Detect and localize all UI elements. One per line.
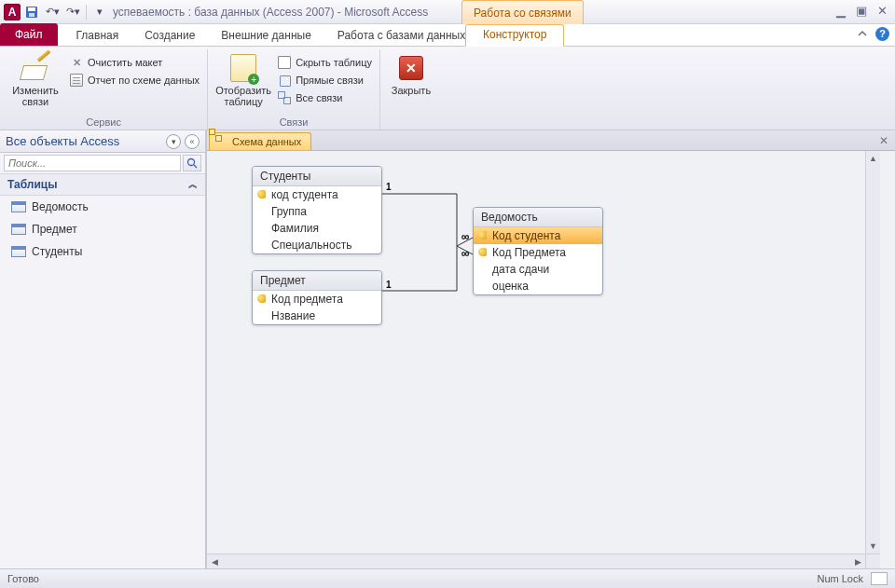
table-icon bbox=[11, 224, 26, 235]
table-field[interactable]: Код предмета bbox=[253, 291, 381, 308]
view-switch-icon[interactable] bbox=[871, 572, 888, 585]
app-badge: A bbox=[4, 4, 21, 21]
nav-filter-icon[interactable]: ▾ bbox=[166, 134, 181, 149]
svg-line-4 bbox=[194, 165, 197, 168]
status-numlock: Num Lock bbox=[817, 573, 863, 584]
table-field[interactable]: Фамилия bbox=[253, 220, 381, 237]
nav-pane-header[interactable]: Все объекты Access ▾ « bbox=[0, 130, 205, 153]
svg-text:1: 1 bbox=[386, 182, 392, 192]
tab-external-data[interactable]: Внешние данные bbox=[208, 25, 324, 46]
direct-rel-icon bbox=[278, 74, 291, 87]
magnifier-icon bbox=[186, 157, 198, 169]
document-close-button[interactable]: ✕ bbox=[876, 133, 891, 148]
table-field[interactable]: Код Предмета bbox=[474, 244, 602, 261]
tab-home[interactable]: Главная bbox=[63, 25, 132, 46]
ribbon-group-tools: Изменить связи ✕ Очистить макет Отчет по… bbox=[0, 49, 208, 130]
svg-rect-1 bbox=[28, 7, 35, 11]
scroll-corner bbox=[865, 554, 880, 568]
hide-table-button[interactable]: Скрыть таблицу bbox=[277, 55, 372, 70]
close-icon: ✕ bbox=[399, 56, 423, 80]
nav-item-studenty[interactable]: Студенты bbox=[0, 240, 205, 263]
svg-point-3 bbox=[188, 159, 195, 166]
window-controls: ▁ ▣ ✕ bbox=[833, 4, 889, 18]
status-ready: Готово bbox=[7, 573, 39, 584]
navigation-pane: Все объекты Access ▾ « Таблицы ︽ Ведомос… bbox=[0, 130, 206, 568]
table-title: Студенты bbox=[253, 167, 381, 186]
restore-button[interactable]: ▣ bbox=[854, 4, 869, 18]
nav-pane-title: Все объекты Access bbox=[6, 134, 119, 148]
undo-icon[interactable]: ↶▾ bbox=[45, 5, 60, 20]
report-icon bbox=[70, 74, 83, 87]
table-icon bbox=[11, 201, 26, 212]
clear-layout-button[interactable]: ✕ Очистить макет bbox=[69, 55, 200, 70]
table-field-selected[interactable]: Код студента bbox=[474, 227, 602, 244]
document-area: Схема данных ✕ 1 1 ∞ ∞ Студенты код студ… bbox=[206, 130, 895, 568]
table-box-vedomost[interactable]: Ведомость Код студента Код Предмета дата… bbox=[473, 207, 603, 295]
edit-relationships-button[interactable]: Изменить связи bbox=[7, 51, 63, 107]
context-tab-caption: Работа со связями bbox=[461, 0, 584, 24]
direct-relationships-button[interactable]: Прямые связи bbox=[277, 73, 372, 88]
svg-text:1: 1 bbox=[386, 280, 392, 290]
close-window-button[interactable]: ✕ bbox=[874, 4, 889, 18]
tab-database-tools[interactable]: Работа с базами данных bbox=[324, 25, 478, 46]
search-button[interactable] bbox=[183, 155, 201, 171]
relationship-canvas[interactable]: 1 1 ∞ ∞ Студенты код студента Группа Фам… bbox=[207, 151, 895, 568]
quick-access-toolbar: ↶▾ ↷▾ ▾ bbox=[24, 5, 107, 20]
scroll-left-icon[interactable]: ◀ bbox=[207, 554, 222, 568]
table-box-subject[interactable]: Предмет Код предмета Нзвание bbox=[252, 270, 382, 325]
clear-icon: ✕ bbox=[69, 55, 84, 70]
qat-separator bbox=[86, 5, 87, 20]
group-tools-label: Сервис bbox=[7, 116, 200, 130]
main-area: Все объекты Access ▾ « Таблицы ︽ Ведомос… bbox=[0, 130, 895, 568]
pencil-icon bbox=[21, 56, 49, 80]
ribbon: Изменить связи ✕ Очистить макет Отчет по… bbox=[0, 47, 895, 130]
scroll-down-icon[interactable]: ▼ bbox=[866, 539, 880, 554]
save-icon[interactable] bbox=[24, 5, 39, 20]
ribbon-group-relationships: Отобразить таблицу Скрыть таблицу Прямые… bbox=[208, 49, 380, 130]
document-tab-bar: Схема данных ✕ bbox=[207, 130, 895, 151]
tab-designer[interactable]: Конструктор bbox=[465, 24, 564, 47]
table-title: Ведомость bbox=[474, 208, 602, 227]
tab-file[interactable]: Файл bbox=[0, 23, 58, 46]
nav-collapse-icon[interactable]: « bbox=[185, 134, 200, 149]
redo-icon[interactable]: ↷▾ bbox=[65, 5, 80, 20]
table-field[interactable]: Группа bbox=[253, 203, 381, 220]
close-button[interactable]: ✕ Закрыть bbox=[388, 51, 434, 96]
relationship-report-button[interactable]: Отчет по схеме данных bbox=[69, 73, 200, 88]
minimize-button[interactable]: ▁ bbox=[833, 4, 848, 18]
nav-item-vedomost[interactable]: Ведомость bbox=[0, 196, 205, 218]
nav-search-box bbox=[0, 153, 205, 174]
show-table-button[interactable]: Отобразить таблицу bbox=[215, 51, 271, 107]
group-relationships-label: Связи bbox=[215, 116, 372, 130]
svg-text:∞: ∞ bbox=[461, 247, 470, 260]
ribbon-right-controls: ? bbox=[855, 26, 889, 41]
table-field[interactable]: оценка bbox=[474, 278, 602, 294]
all-relationships-button[interactable]: Все связи bbox=[277, 90, 372, 105]
qat-more-icon[interactable]: ▾ bbox=[92, 5, 107, 20]
ribbon-minimize-icon[interactable] bbox=[855, 26, 870, 41]
tab-create[interactable]: Создание bbox=[131, 25, 208, 46]
help-icon[interactable]: ? bbox=[875, 27, 889, 41]
status-bar: Готово Num Lock bbox=[0, 568, 895, 588]
table-box-students[interactable]: Студенты код студента Группа Фамилия Спе… bbox=[252, 166, 382, 254]
document-tab-schema[interactable]: Схема данных bbox=[209, 132, 311, 150]
search-input[interactable] bbox=[4, 155, 181, 171]
ribbon-group-close: ✕ Закрыть bbox=[380, 49, 442, 130]
scroll-up-icon[interactable]: ▲ bbox=[866, 151, 880, 166]
vertical-scrollbar[interactable]: ▲ ▼ bbox=[865, 151, 880, 554]
show-table-icon bbox=[230, 54, 256, 82]
hide-table-icon bbox=[278, 56, 291, 69]
table-title: Предмет bbox=[253, 271, 381, 291]
table-field[interactable]: код студента bbox=[253, 186, 381, 203]
scroll-right-icon[interactable]: ▶ bbox=[850, 554, 865, 568]
table-icon bbox=[11, 246, 26, 257]
nav-item-predmet[interactable]: Предмет bbox=[0, 218, 205, 240]
table-field[interactable]: Нзвание bbox=[253, 308, 381, 324]
horizontal-scrollbar[interactable]: ◀ ▶ bbox=[207, 554, 865, 568]
table-field[interactable]: дата сдачи bbox=[474, 261, 602, 278]
svg-rect-2 bbox=[29, 13, 34, 17]
table-field[interactable]: Специальность bbox=[253, 237, 381, 253]
all-rel-icon bbox=[278, 91, 291, 104]
nav-category-tables[interactable]: Таблицы ︽ bbox=[0, 174, 205, 196]
svg-text:∞: ∞ bbox=[461, 230, 470, 243]
